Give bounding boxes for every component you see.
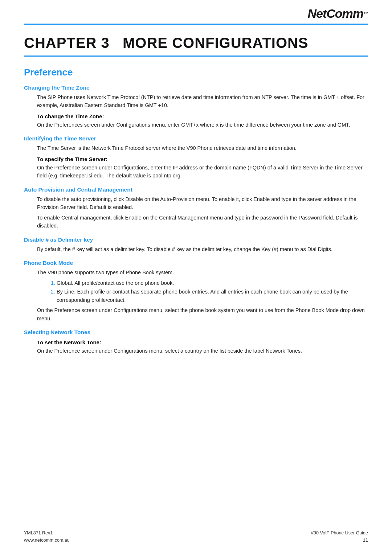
subsection-title-disable-hash: Disable # as Delimiter key <box>24 237 368 243</box>
subsection-title-changing-time-zone: Changing the Time Zone <box>24 85 368 91</box>
phone-book-intro: The V90 phone supports two types of Phon… <box>37 268 368 276</box>
section-phone-book-mode: Phone Book Mode The V90 phone supports t… <box>24 260 368 323</box>
network-tone-body: On the Preference screen under Configura… <box>37 347 368 355</box>
main-content: Preference Changing the Time Zone The SI… <box>24 65 368 532</box>
footer-page-number: 11 <box>311 537 368 544</box>
preference-title: Preference <box>24 67 368 78</box>
disable-hash-body: By default, the # key will act as a deli… <box>37 245 368 253</box>
footer-left: YML871 Rev1 www.netcomm.com.au <box>24 529 70 544</box>
section-disable-hash: Disable # as Delimiter key By default, t… <box>24 237 368 253</box>
subsection-title-time-server: Identifying the Time Server <box>24 135 368 142</box>
section-selecting-network-tones: Selecting Network Tones To set the Netwo… <box>24 329 368 355</box>
footer-right: V90 VoIP Phone User Guide 11 <box>311 529 368 544</box>
subsection-title-auto-provision: Auto Provision and Central Management <box>24 186 368 193</box>
time-server-body: The Time Server is the Network Time Prot… <box>37 144 368 152</box>
logo-text: NetComm <box>307 7 363 20</box>
subsection-title-phone-book: Phone Book Mode <box>24 260 368 266</box>
change-time-zone-body: On the Preferences screen under Configur… <box>37 121 368 129</box>
footer-model: YML871 Rev1 <box>24 529 70 537</box>
auto-provision-body1: To disable the auto provisioning, click … <box>37 195 368 212</box>
subsection-title-network-tones: Selecting Network Tones <box>24 329 368 336</box>
footer-website: www.netcomm.com.au <box>24 537 70 544</box>
footer-guide-title: V90 VoIP Phone User Guide <box>311 529 368 537</box>
specify-time-server-body: On the Preference screen under Configura… <box>37 164 368 180</box>
change-time-zone-subheading: To change the Time Zone: <box>37 113 368 119</box>
section-changing-time-zone: Changing the Time Zone The SIP Phone use… <box>24 85 368 129</box>
chapter-heading: CHAPTER 3 MORE CONFIGURATIONS <box>24 35 368 57</box>
network-tone-subheading: To set the Network Tone: <box>37 339 368 345</box>
page-header: NetComm™ <box>24 0 368 25</box>
page-footer: YML871 Rev1 www.netcomm.com.au V90 VoIP … <box>24 527 368 544</box>
phone-book-conclusion: On the Preference screen under Configura… <box>37 306 368 323</box>
auto-provision-body2: To enable Central management, click Enab… <box>37 214 368 230</box>
list-item: Global. All profile/contact use the one … <box>57 279 368 287</box>
chapter-number: CHAPTER 3 <box>24 35 110 51</box>
specify-time-server-subheading: To specify the Time Server: <box>37 156 368 162</box>
section-identifying-time-server: Identifying the Time Server The Time Ser… <box>24 135 368 180</box>
chapter-title: MORE CONFIGURATIONS <box>123 35 309 51</box>
list-item: By Line. Each profile or contact has sep… <box>57 288 368 304</box>
phone-book-list: Global. All profile/contact use the one … <box>37 279 368 304</box>
logo-tm: ™ <box>363 11 368 17</box>
section-auto-provision: Auto Provision and Central Management To… <box>24 186 368 230</box>
logo: NetComm™ <box>307 7 368 21</box>
page: NetComm™ CHAPTER 3 MORE CONFIGURATIONS P… <box>0 0 392 554</box>
changing-time-zone-body: The SIP Phone uses Network Time Protocol… <box>37 93 368 110</box>
